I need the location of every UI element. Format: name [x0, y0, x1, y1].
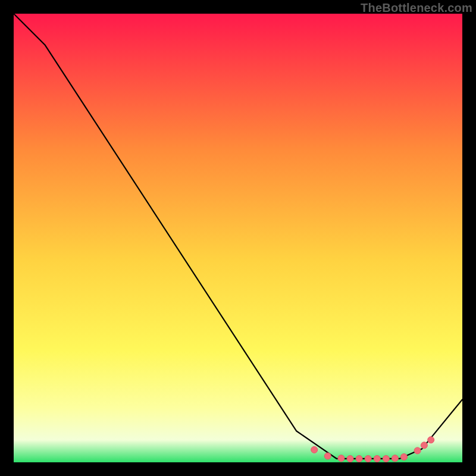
curve-marker	[400, 453, 407, 460]
curve-marker	[428, 437, 434, 443]
gradient-background	[14, 14, 462, 462]
curve-marker	[392, 455, 398, 462]
curve-marker	[347, 455, 353, 462]
curve-marker	[356, 455, 362, 462]
chart-svg	[14, 14, 462, 462]
curve-marker	[421, 442, 427, 449]
curve-marker	[365, 455, 371, 462]
curve-marker	[338, 455, 345, 462]
curve-marker	[414, 447, 421, 454]
watermark-text: TheBottleneck.com	[361, 1, 472, 15]
curve-marker	[324, 453, 331, 459]
curve-marker	[311, 446, 318, 453]
curve-marker	[383, 455, 389, 462]
chart-frame: TheBottleneck.com	[0, 0, 476, 476]
plot-area	[14, 14, 462, 462]
curve-marker	[374, 455, 380, 462]
